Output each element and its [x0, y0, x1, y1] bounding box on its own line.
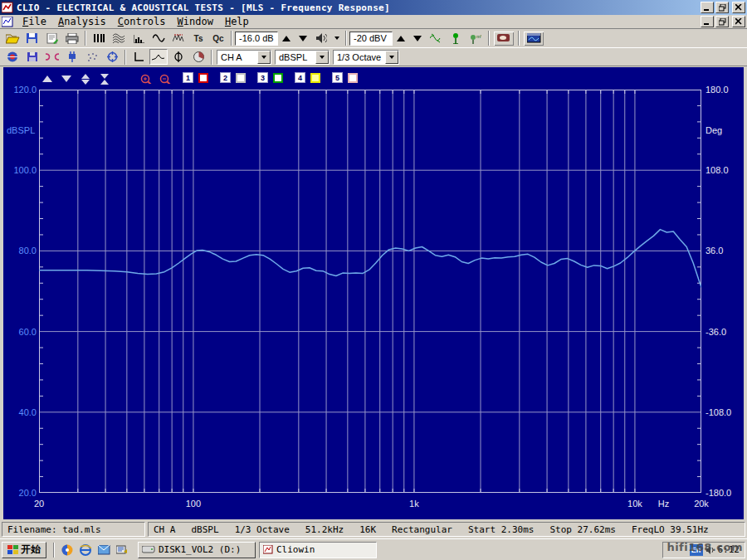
input-down-button[interactable]: [410, 32, 425, 46]
mdi-document-icon[interactable]: [2, 17, 13, 27]
zoom-in-icon[interactable]: [140, 74, 152, 84]
print-button[interactable]: [63, 31, 81, 46]
mdi-close-button[interactable]: [732, 16, 745, 27]
axes-icon[interactable]: [129, 49, 148, 65]
curve-4-swatch[interactable]: [310, 73, 320, 83]
unit-value: dBSPL: [276, 51, 315, 64]
show-desktop-icon[interactable]: [115, 543, 129, 558]
curve-2-swatch[interactable]: [236, 73, 246, 83]
curve-1-button[interactable]: 1: [183, 72, 193, 83]
output-level-field[interactable]: -16.0 dB: [235, 32, 278, 46]
internet-explorer-icon[interactable]: [78, 543, 93, 558]
close-button[interactable]: [732, 2, 745, 13]
task-buttons: DISK1_VOL2 (D:) Cliowin: [138, 542, 377, 558]
expand-scale-icon[interactable]: [80, 74, 91, 84]
shift-down-icon[interactable]: [61, 74, 72, 84]
waterfall-icon[interactable]: [110, 31, 128, 46]
desktop-screen: CLIO - ELECTRICAL & ACOUSTICAL TESTS - […: [0, 0, 747, 560]
frequency-response-icon[interactable]: [149, 49, 168, 65]
drive-icon: [142, 546, 155, 553]
curve-5-button[interactable]: 5: [332, 72, 343, 83]
restore-button[interactable]: [715, 2, 729, 13]
menu-analysis[interactable]: Analysis: [52, 15, 112, 28]
mdi-minimize-button[interactable]: [701, 16, 714, 27]
ts-label: Ts: [194, 34, 203, 43]
volume-icon[interactable]: [706, 546, 715, 554]
minimize-button[interactable]: [701, 2, 714, 13]
compress-scale-icon[interactable]: [99, 74, 110, 84]
phase-icon[interactable]: [169, 49, 188, 65]
speaker-icon[interactable]: [312, 31, 330, 46]
status-freq-lo: FreqLO 39.51Hz: [632, 524, 709, 535]
notes-button[interactable]: [43, 31, 61, 46]
start-button[interactable]: 开始: [2, 542, 46, 558]
mls-analysis-icon[interactable]: [90, 31, 108, 46]
windows-taskbar: 开始 DISK1_VOL2 (D:) Cliowin En: [0, 538, 747, 560]
menu-controls[interactable]: Controls: [112, 15, 172, 28]
zoom-out-icon[interactable]: [159, 74, 171, 84]
save-button[interactable]: [23, 31, 42, 46]
toolbar-separator: [85, 31, 86, 46]
system-tray: En 6:12 hifi168.com: [662, 542, 745, 558]
smoothing-select[interactable]: 1/3 Octave: [333, 50, 399, 65]
qc-button[interactable]: Qc: [209, 31, 227, 46]
menu-window[interactable]: Window: [172, 15, 219, 28]
channel-select[interactable]: CH A: [217, 50, 271, 65]
shift-up-icon[interactable]: [42, 74, 53, 84]
microphone-mv-icon[interactable]: mV: [466, 31, 485, 46]
main-toolbar: Ts Qc -16.0 dB -20 dBV mV: [0, 29, 747, 48]
menu-help[interactable]: Help: [219, 15, 255, 28]
curve-2-button[interactable]: 2: [220, 72, 231, 83]
status-start-time: Start 2.30ms: [468, 524, 534, 535]
curve-3-swatch[interactable]: [273, 73, 283, 83]
input-sensitivity-field[interactable]: -20 dBV: [349, 32, 393, 46]
language-indicator[interactable]: En: [690, 544, 703, 556]
y-axis-right-unit: Deg: [706, 125, 722, 135]
output-level-up-button[interactable]: [279, 32, 294, 46]
clio-logo-icon[interactable]: [3, 49, 22, 65]
sinusoid-icon[interactable]: [149, 31, 168, 46]
y-axis-right-tick: -180.0: [706, 488, 731, 498]
media-player-icon[interactable]: [60, 543, 75, 558]
output-level-down-button[interactable]: [295, 32, 310, 46]
curve-1-swatch[interactable]: [198, 73, 208, 83]
task-disk-window[interactable]: DISK1_VOL2 (D:): [138, 542, 256, 558]
toolbar-separator: [124, 50, 126, 65]
fft-icon[interactable]: [169, 31, 188, 46]
y-axis-right-tick: 36.0: [706, 246, 723, 256]
app-icon: [2, 2, 13, 13]
scatter-icon[interactable]: [83, 49, 101, 65]
microphone-icon[interactable]: [447, 31, 465, 46]
smoothing-dropdown-button[interactable]: [385, 51, 398, 64]
input-up-button[interactable]: [393, 32, 408, 46]
outlook-icon[interactable]: [96, 543, 111, 558]
unit-select[interactable]: dBSPL: [275, 50, 330, 65]
curve-3-button[interactable]: 3: [257, 72, 268, 83]
ts-parameters-button[interactable]: Ts: [189, 31, 208, 46]
x-axis-tick: Hz: [652, 499, 676, 509]
display-settings-button[interactable]: [493, 31, 515, 46]
autorange-icon[interactable]: [427, 31, 445, 46]
curve-4-button[interactable]: 4: [295, 72, 305, 83]
status-stop-time: Stop 27.62ms: [549, 524, 615, 535]
loop-icon[interactable]: [43, 49, 61, 65]
channel-dropdown-button[interactable]: [257, 51, 271, 64]
plot-area[interactable]: [39, 90, 701, 493]
unit-dropdown-button[interactable]: [315, 51, 329, 64]
spectrum-bars-icon[interactable]: [129, 31, 148, 46]
save-measurement-icon[interactable]: [23, 49, 42, 65]
windows-logo-icon: [7, 545, 18, 554]
graph-window-button[interactable]: [523, 31, 544, 46]
speaker-dropdown-button[interactable]: [332, 32, 342, 46]
device-icon[interactable]: [63, 49, 81, 65]
filename-text: Filename: tad.mls: [7, 524, 101, 535]
polar-icon[interactable]: [189, 49, 208, 65]
mdi-restore-button[interactable]: [715, 16, 729, 27]
menu-file[interactable]: File: [17, 15, 52, 28]
target-icon[interactable]: [103, 49, 121, 65]
task-cliowin[interactable]: Cliowin: [259, 542, 377, 558]
curve-5-swatch[interactable]: [348, 73, 358, 83]
y-axis-left-tick: 80.0: [5, 246, 37, 256]
title-bar: CLIO - ELECTRICAL & ACOUSTICAL TESTS - […: [0, 0, 747, 15]
open-file-button[interactable]: [3, 31, 22, 46]
